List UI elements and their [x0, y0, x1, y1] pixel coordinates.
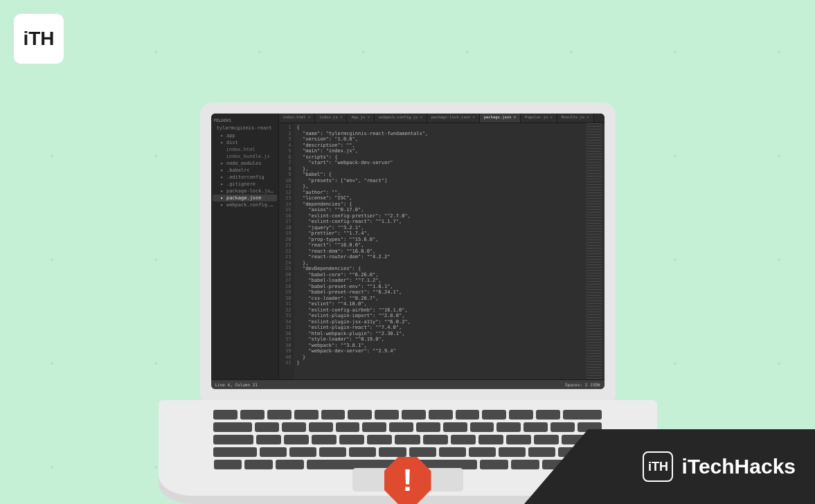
- laptop-lid: FOLDERS tylermcginnis-react ▸ app▸ dist …: [200, 102, 616, 400]
- editor-tab[interactable]: index.js ×: [315, 114, 347, 123]
- editor-tab[interactable]: Results.js ×: [557, 114, 594, 123]
- sidebar-item[interactable]: ▸ .babelrc: [213, 167, 277, 174]
- alert-icon: !: [384, 457, 431, 504]
- sidebar-item[interactable]: ▸ package.json: [213, 195, 277, 201]
- sidebar-item[interactable]: ▸ .editorconfig: [213, 174, 277, 181]
- sidebar-item[interactable]: ▸ dist: [213, 139, 277, 146]
- line-gutter: 1234567891011121314151617181920212223242…: [279, 123, 294, 379]
- editor-main: index.html ×index.js ×App.js ×webpack.co…: [279, 114, 604, 379]
- editor-tabbar: index.html ×index.js ×App.js ×webpack.co…: [279, 114, 604, 123]
- editor-tab[interactable]: webpack.config.js ×: [375, 114, 427, 123]
- editor-tab[interactable]: App.js ×: [347, 114, 375, 123]
- status-right: Spaces: 2 JSON: [565, 382, 600, 387]
- editor-tab[interactable]: package-lock.json ×: [427, 114, 480, 123]
- editor-tab[interactable]: Popular.js ×: [521, 114, 557, 123]
- editor-sidebar: FOLDERS tylermcginnis-react ▸ app▸ dist …: [211, 114, 279, 379]
- sidebar-header: FOLDERS: [213, 116, 277, 124]
- sidebar-item[interactable]: ▸ package-lock.json: [213, 188, 277, 195]
- editor-tab[interactable]: package.json ×: [480, 114, 521, 123]
- brand-badge: iTH: [643, 451, 673, 482]
- sidebar-item[interactable]: index_bundle.js: [213, 153, 277, 160]
- code-content[interactable]: { "name": "tylermcginnis-react-fundament…: [294, 123, 585, 379]
- exclamation-icon: !: [402, 463, 413, 498]
- sidebar-item[interactable]: ▸ .gitignore: [213, 181, 277, 188]
- code-area: 1234567891011121314151617181920212223242…: [279, 123, 604, 379]
- editor-tab[interactable]: index.html ×: [279, 114, 316, 123]
- sidebar-item[interactable]: index.html: [213, 146, 277, 153]
- site-logo-text: iTH: [23, 28, 54, 50]
- minimap[interactable]: [585, 123, 604, 379]
- sidebar-root-folder[interactable]: tylermcginnis-react: [213, 125, 277, 132]
- editor-screen: FOLDERS tylermcginnis-react ▸ app▸ dist …: [211, 114, 604, 389]
- sidebar-item[interactable]: ▸ webpack.config.js: [213, 201, 277, 208]
- editor-statusbar: Line 4, Column 21 Spaces: 2 JSON: [211, 379, 604, 389]
- site-logo-badge: iTH: [14, 14, 64, 64]
- sidebar-item[interactable]: ▸ app: [213, 132, 277, 139]
- sidebar-item[interactable]: ▸ node_modules: [213, 160, 277, 167]
- status-left: Line 4, Column 21: [215, 382, 258, 387]
- brand-text: iTechHacks: [681, 455, 796, 478]
